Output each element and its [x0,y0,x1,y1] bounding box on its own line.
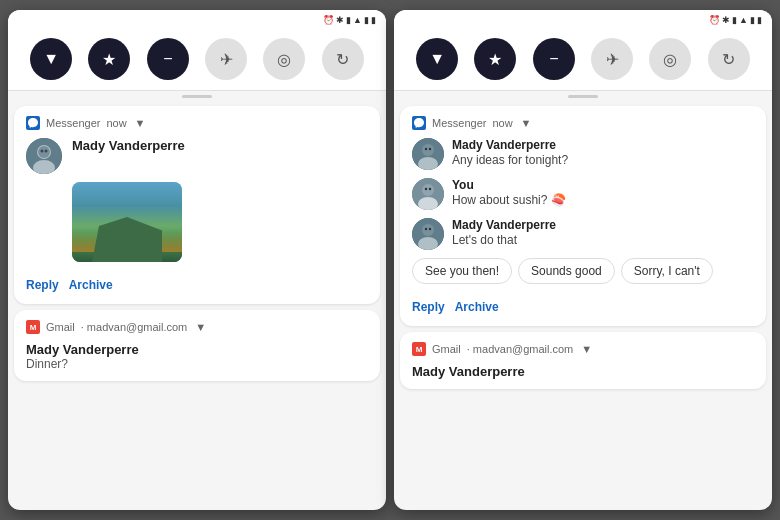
svg-point-3 [38,146,50,158]
status-icons-left: ⏰ ✱ ▮ ▲ ▮ ▮ [323,15,376,25]
gmail-notification-right: M Gmail · madvan@gmail.com ▼ Mady Vander… [400,332,766,389]
conv-text-2: How about sushi? 🍣 [452,193,754,207]
rotate-toggle-right[interactable]: ↻ [708,38,750,80]
conv-text-group-3: Mady Vanderperre Let's do that [452,218,754,247]
messenger-header-left: Messenger now ▼ [26,116,368,130]
gmail-body-left: Mady Vanderperre Dinner? [26,342,368,371]
flashlight-toggle-right[interactable]: ◎ [649,38,691,80]
svg-point-8 [425,148,427,150]
messenger-conv-notification-right: Messenger now ▼ [400,106,766,326]
archive-button-left[interactable]: Archive [69,276,113,294]
airplane-toggle-right[interactable]: ✈ [591,38,633,80]
dnd-toggle-left[interactable]: − [147,38,189,80]
svg-point-4 [41,150,44,153]
alarm-icon-right: ⏰ [709,15,720,25]
reply-button-left[interactable]: Reply [26,276,59,294]
messenger-notification-left: Messenger now ▼ [14,106,380,304]
gmail-letter-right: M [416,345,423,354]
conv-text-group-2: You How about sushi? 🍣 [452,178,754,207]
left-screen: ⏰ ✱ ▮ ▲ ▮ ▮ ▼ ★ − ✈ ◎ [8,10,386,510]
status-bar-left: ⏰ ✱ ▮ ▲ ▮ ▮ [8,10,386,30]
gmail-body-right: Mady Vanderperre [412,364,754,379]
airplane-toggle-left[interactable]: ✈ [205,38,247,80]
battery-icon-right: ▮ [750,15,755,25]
gmail-email-left: · madvan@gmail.com [81,321,188,333]
gmail-header-left: M Gmail · madvan@gmail.com ▼ [26,320,368,334]
messenger-app-name-right: Messenger [432,117,486,129]
bluetooth-toggle-left[interactable]: ★ [88,38,130,80]
avatar-you-msg2 [412,178,444,210]
conv-text-1: Any ideas for tonight? [452,153,754,167]
smart-reply-sorry[interactable]: Sorry, I can't [621,258,713,284]
minus-icon-left: − [163,50,172,68]
conv-text-group-1: Mady Vanderperre Any ideas for tonight? [452,138,754,167]
conv-sender-2: You [452,178,754,192]
flashlight-toggle-left[interactable]: ◎ [263,38,305,80]
messenger-time-left: now [106,117,126,129]
sender-name-left: Mady Vanderperre [72,138,368,153]
archive-button-right[interactable]: Archive [455,298,499,316]
right-screen: ⏰ ✱ ▮ ▲ ▮ ▮ ▼ ★ − ✈ ◎ [394,10,772,510]
svg-point-14 [429,188,431,190]
svg-point-5 [45,150,48,153]
status-bar-right: ⏰ ✱ ▮ ▲ ▮ ▮ [394,10,772,30]
messenger-time-right: now [492,117,512,129]
gmail-chevron-left: ▼ [195,321,206,333]
airplane-icon-right: ✈ [606,50,619,69]
wifi-status-icon-right: ▲ [739,15,748,25]
flashlight-icon-right: ◎ [663,50,677,69]
bluetooth-toggle-right[interactable]: ★ [474,38,516,80]
messenger-body-left: Mady Vanderperre [26,138,368,174]
smart-reply-sounds-good[interactable]: Sounds good [518,258,615,284]
svg-point-17 [422,224,434,236]
drag-handle-left [182,95,212,98]
quick-settings-left: ▼ ★ − ✈ ◎ ↻ [8,30,386,91]
messenger-app-name-left: Messenger [46,117,100,129]
airplane-icon-left: ✈ [220,50,233,69]
flashlight-icon-left: ◎ [277,50,291,69]
svg-point-13 [425,188,427,190]
bluetooth-icon-left: ★ [102,50,116,69]
wifi-icon-right: ▼ [429,50,445,68]
battery-full-icon: ▮ [371,15,376,25]
gmail-subject-left: Dinner? [26,357,368,371]
svg-point-12 [422,184,434,196]
wifi-status-icon: ▲ [353,15,362,25]
messenger-icon-left [26,116,40,130]
reply-button-right[interactable]: Reply [412,298,445,316]
gmail-letter-left: M [30,323,37,332]
message-image-left [72,182,182,262]
drag-handle-right [568,95,598,98]
messenger-header-right: Messenger now ▼ [412,116,754,130]
notifications-left: Messenger now ▼ [8,100,386,510]
screens-container: ⏰ ✱ ▮ ▲ ▮ ▮ ▼ ★ − ✈ ◎ [0,0,780,520]
smart-reply-see-you[interactable]: See you then! [412,258,512,284]
wifi-toggle-right[interactable]: ▼ [416,38,458,80]
rotate-toggle-left[interactable]: ↻ [322,38,364,80]
conv-message-2: You How about sushi? 🍣 [412,178,754,210]
status-icons-right: ⏰ ✱ ▮ ▲ ▮ ▮ [709,15,762,25]
bluetooth-status-icon-right: ✱ [722,15,730,25]
dnd-toggle-right[interactable]: − [533,38,575,80]
conv-message-1: Mady Vanderperre Any ideas for tonight? [412,138,754,170]
gmail-email-right: · madvan@gmail.com [467,343,574,355]
conv-text-3: Let's do that [452,233,754,247]
svg-point-19 [429,228,431,230]
signal-icon: ▮ [346,15,351,25]
wifi-toggle-left[interactable]: ▼ [30,38,72,80]
svg-point-18 [425,228,427,230]
svg-point-7 [422,144,434,156]
chevron-down-icon-right: ▼ [521,117,532,129]
gmail-icon-left: M [26,320,40,334]
gmail-header-right: M Gmail · madvan@gmail.com ▼ [412,342,754,356]
gmail-chevron-right: ▼ [581,343,592,355]
gmail-sender-left: Mady Vanderperre [26,342,368,357]
rotate-icon-left: ↻ [336,50,349,69]
quick-settings-right: ▼ ★ − ✈ ◎ ↻ [394,30,772,91]
smart-replies: See you then! Sounds good Sorry, I can't [412,258,754,284]
gmail-sender-right: Mady Vanderperre [412,364,754,379]
wifi-icon-left: ▼ [43,50,59,68]
conv-sender-1: Mady Vanderperre [452,138,754,152]
bluetooth-status-icon: ✱ [336,15,344,25]
rotate-icon-right: ↻ [722,50,735,69]
